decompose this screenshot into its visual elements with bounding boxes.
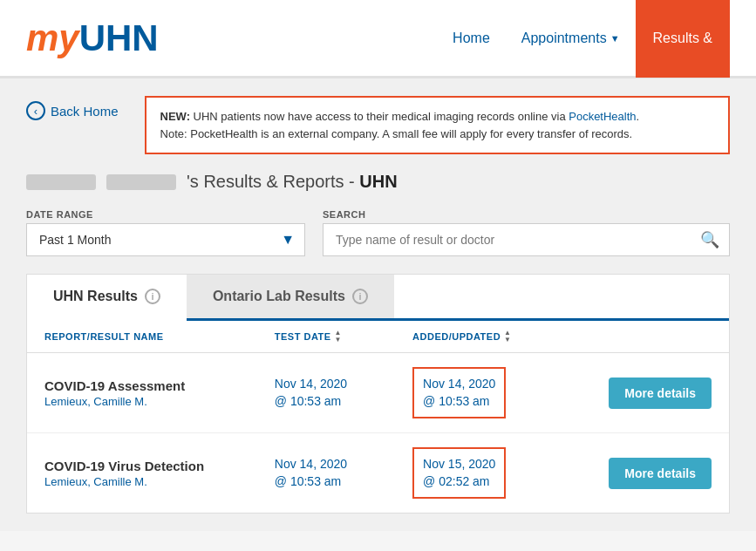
nav-results[interactable]: Results &	[636, 0, 730, 78]
table-row: COVID-19 Assessment Lemieux, Camille M. …	[27, 353, 729, 433]
result-name: COVID-19 Virus Detection	[44, 459, 275, 473]
search-input[interactable]	[323, 223, 730, 256]
content-area: ‹ Back Home NEW: UHN patients now have a…	[0, 78, 756, 531]
sort-icon-added: ▲▼	[504, 330, 511, 344]
test-date-cell: Nov 14, 2020 @ 10:53 am	[275, 376, 412, 410]
logo-uhn: UHN	[79, 20, 159, 57]
nav-home[interactable]: Home	[437, 0, 506, 78]
page-title-row: 's Results & Reports - UHN	[26, 172, 730, 192]
notice-bold: NEW:	[160, 110, 190, 123]
back-home-button[interactable]: ‹ Back Home	[26, 101, 119, 120]
actions-cell: More details	[574, 458, 712, 489]
results-card: UHN Results i Ontario Lab Results i REPO…	[26, 274, 730, 514]
tab-uhn-results[interactable]: UHN Results i	[27, 275, 187, 321]
back-arrow-icon: ‹	[26, 101, 45, 120]
added-cell-highlighted: Nov 14, 2020 @ 10:53 am	[412, 367, 506, 418]
search-icon[interactable]: 🔍	[700, 230, 719, 249]
col-added-updated[interactable]: ADDED/UPDATED ▲▼	[412, 330, 574, 344]
date-range-group: DATE RANGE Past 1 Month Past 3 Months Pa…	[26, 209, 305, 256]
col-test-date[interactable]: TEST DATE ▲▼	[275, 330, 412, 344]
more-details-button[interactable]: More details	[609, 458, 712, 489]
search-group: SEARCH 🔍	[323, 209, 730, 256]
tabs: UHN Results i Ontario Lab Results i	[27, 275, 729, 321]
notice-box: NEW: UHN patients now have access to the…	[145, 96, 730, 154]
tab-ontario-lab[interactable]: Ontario Lab Results i	[187, 275, 394, 318]
patient-name-blur-1	[26, 174, 96, 190]
date-range-label: DATE RANGE	[26, 209, 305, 220]
logo-my: my	[26, 20, 79, 57]
patient-name-blur-2	[106, 174, 176, 190]
header: myUHN Home Appointments ▼ Results &	[0, 0, 756, 78]
main-nav: Home Appointments ▼ Results &	[437, 0, 730, 78]
search-wrapper: 🔍	[323, 223, 730, 256]
added-cell-container: Nov 14, 2020 @ 10:53 am	[412, 367, 574, 418]
table-header: REPORT/RESULT NAME TEST DATE ▲▼ ADDED/UP…	[27, 321, 729, 353]
notice-text1: UHN patients now have access to their me…	[190, 110, 569, 123]
logo: myUHN	[26, 20, 159, 57]
result-name: COVID-19 Assessment	[44, 378, 275, 393]
nav-appointments[interactable]: Appointments ▼	[506, 0, 636, 78]
result-doctor: Lemieux, Camille M.	[44, 395, 275, 408]
added-cell-highlighted: Nov 15, 2020 @ 02:52 am	[412, 447, 506, 499]
table-row: COVID-19 Virus Detection Lemieux, Camill…	[27, 433, 729, 513]
test-date-cell: Nov 14, 2020 @ 10:53 am	[275, 456, 412, 490]
info-icon-ontario[interactable]: i	[352, 289, 368, 304]
pocket-health-link[interactable]: PocketHealth	[569, 110, 636, 123]
page-title: 's Results & Reports - UHN	[187, 172, 398, 192]
actions-cell: More details	[574, 378, 712, 409]
filter-row: DATE RANGE Past 1 Month Past 3 Months Pa…	[26, 209, 730, 256]
chevron-down-icon: ▼	[610, 0, 620, 78]
col-actions	[574, 330, 712, 344]
more-details-button[interactable]: More details	[609, 378, 712, 409]
date-range-wrapper: Past 1 Month Past 3 Months Past 6 Months…	[26, 223, 305, 256]
col-report-name: REPORT/RESULT NAME	[44, 330, 275, 344]
result-doctor: Lemieux, Camille M.	[44, 475, 275, 488]
result-name-cell: COVID-19 Virus Detection Lemieux, Camill…	[44, 459, 275, 488]
info-icon-uhn[interactable]: i	[145, 289, 160, 304]
search-label: SEARCH	[323, 209, 730, 220]
back-home-row: ‹ Back Home NEW: UHN patients now have a…	[26, 96, 730, 154]
result-name-cell: COVID-19 Assessment Lemieux, Camille M.	[44, 378, 275, 408]
sort-icon-test-date: ▲▼	[335, 330, 342, 344]
date-range-select[interactable]: Past 1 Month Past 3 Months Past 6 Months…	[26, 223, 305, 256]
added-cell-container: Nov 15, 2020 @ 02:52 am	[412, 447, 574, 499]
